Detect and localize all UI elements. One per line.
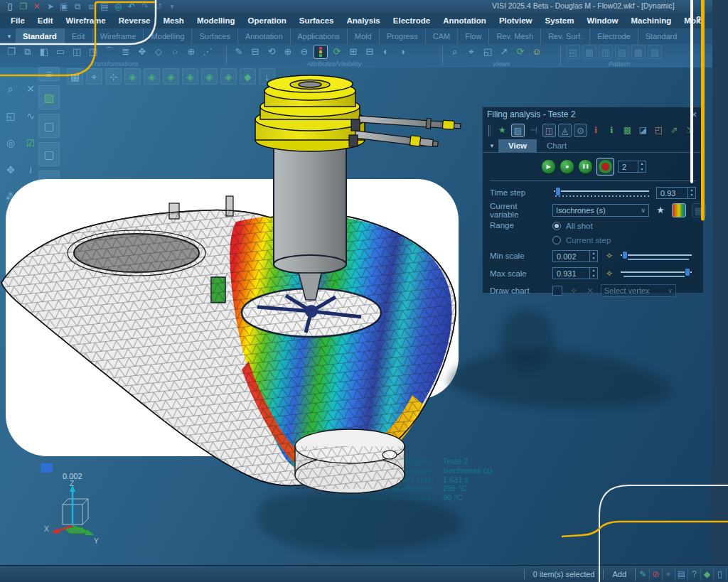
dynamic-rotate-icon[interactable]: ⟳ — [3, 216, 18, 232]
view-cube-back-icon[interactable]: ◈ — [182, 68, 198, 85]
cylinder-solid-icon[interactable]: ▢ — [38, 114, 60, 138]
ribbon-tab-modelling[interactable]: Modelling — [143, 28, 191, 44]
pattern-grid-icon[interactable]: ▩ — [631, 45, 646, 59]
menu-operation[interactable]: Operation — [242, 16, 293, 25]
bucket-icon[interactable]: ⊔ — [6, 382, 20, 397]
slider-handle[interactable] — [685, 268, 690, 276]
play-button[interactable]: ▶ — [541, 159, 556, 174]
frame-select-icon[interactable]: ◱ — [3, 108, 18, 124]
ribbon-tab-applications[interactable]: Applications — [290, 28, 347, 44]
menu-window[interactable]: Window — [580, 16, 624, 25]
flip-right-icon[interactable]: ◑ — [395, 45, 410, 59]
paste-icon[interactable]: ❐ — [4, 45, 18, 59]
slider-handle[interactable] — [622, 251, 628, 259]
pattern-free-icon[interactable]: ▨ — [648, 45, 662, 59]
axes-icon[interactable]: ⊹ — [105, 68, 122, 85]
menu-plotview[interactable]: Plotview — [493, 16, 539, 25]
pattern-path-icon[interactable]: ▥ — [599, 45, 613, 59]
ribbon-tab-annotation[interactable]: Annotation — [237, 28, 290, 44]
ribbon-tab-rev-surf[interactable]: Rev. Surf. — [540, 28, 589, 44]
frame-count-field[interactable]: 2 ▲▼ — [618, 161, 646, 173]
pattern-point-icon[interactable]: ▧ — [615, 45, 629, 59]
sketch-icon[interactable]: ✎ — [23, 243, 38, 259]
curve-icon[interactable]: ∿ — [23, 108, 38, 124]
menu-file[interactable]: File — [4, 16, 31, 25]
menu-edit[interactable]: Edit — [31, 16, 60, 25]
menu-annotation[interactable]: Annotation — [437, 16, 493, 25]
undo-icon[interactable]: ↶ — [126, 1, 137, 12]
time-step-slider[interactable] — [552, 187, 651, 198]
probe-icon[interactable]: ⌖ — [663, 568, 675, 581]
zoom-extents-icon[interactable]: ◱ — [481, 45, 495, 59]
shading-smiley-icon[interactable]: ☺ — [530, 45, 544, 59]
current-step-radio[interactable] — [552, 236, 561, 244]
select-vertex-dropdown[interactable]: Select vertex ∨ — [601, 284, 676, 297]
info-red-icon[interactable]: ℹ — [589, 124, 603, 137]
ribbon-tab-cam[interactable]: CAM — [425, 28, 457, 44]
tab-chart[interactable]: Chart — [537, 139, 577, 152]
record-button[interactable]: ● — [598, 159, 613, 174]
close-icon[interactable]: ✕ — [689, 110, 699, 119]
menu-electrode[interactable]: Electrode — [387, 16, 437, 25]
pick-vertex-wand-icon[interactable]: ✧ — [568, 286, 579, 296]
spline-icon[interactable]: ≀ — [23, 162, 38, 178]
ribbon-tab-mold[interactable]: Mold — [347, 28, 379, 44]
pattern-circular-icon[interactable]: ▦ — [582, 45, 596, 59]
color-scale-icon[interactable] — [672, 203, 686, 217]
zoom-window-icon[interactable]: ⌖ — [464, 45, 478, 59]
view-cube-front-icon[interactable]: ◈ — [163, 68, 179, 85]
draw-chart-checkbox[interactable] — [552, 286, 562, 296]
redo-icon[interactable]: ↷ — [139, 1, 151, 12]
clip-planes-icon[interactable]: ◫ — [542, 124, 556, 137]
cube-move-icon[interactable]: ◇ — [151, 45, 166, 59]
view-cube-solid-icon[interactable]: ◆ — [240, 68, 256, 85]
ribbon-tab-surfaces[interactable]: Surfaces — [191, 28, 237, 44]
ribbon-tab-electrode[interactable]: Electrode — [589, 28, 637, 44]
max-scale-field[interactable]: 0.931 ▲▼ — [552, 267, 598, 279]
menu-reverse[interactable]: Reverse — [112, 16, 157, 25]
add-layer-icon[interactable]: ⊞ — [346, 45, 360, 59]
capsule-icon[interactable]: ○ — [168, 45, 182, 59]
auto-max-wand-icon[interactable]: ✧ — [604, 269, 615, 279]
wire-cube-icon[interactable]: ◇ — [23, 216, 38, 232]
hide-icon[interactable]: ⊖ — [297, 45, 311, 59]
menu-surfaces[interactable]: Surfaces — [293, 16, 341, 25]
ribbon-tab-edit[interactable]: Edit — [64, 28, 92, 44]
new-file-icon[interactable]: ▯ — [4, 1, 16, 12]
view-cube-top-icon[interactable]: ◈ — [144, 68, 160, 85]
ribbon-tab-progress[interactable]: Progress — [379, 28, 425, 44]
auto-min-wand-icon[interactable]: ✧ — [604, 251, 615, 261]
list-icon[interactable]: ≣ — [119, 45, 133, 59]
scale-icon[interactable]: ⊕ — [184, 45, 198, 59]
min-scale-spinner[interactable]: ▲▼ — [589, 251, 597, 262]
export-page-icon[interactable]: ⇗ — [668, 124, 681, 137]
zoom-selected-icon[interactable]: ⌖ — [86, 68, 102, 85]
points-icon[interactable]: ⁂ — [3, 189, 18, 205]
refresh-small-icon[interactable]: ⟳ — [6, 317, 20, 331]
ribbon-tab-rev-mesh[interactable]: Rev. Mesh — [488, 28, 540, 44]
refresh-icon[interactable]: ↺ — [153, 1, 164, 12]
menu-mesh[interactable]: Mesh — [156, 16, 190, 25]
close-file-icon[interactable]: ✕ — [31, 1, 43, 12]
ribbon-tab-wireframe[interactable]: Wireframe — [92, 28, 144, 44]
slider-handle[interactable] — [555, 187, 561, 196]
probe-cone-icon[interactable]: ◬ — [558, 124, 572, 137]
visibility-traffic-icon[interactable] — [314, 45, 328, 59]
result-plot-icon[interactable]: ▨ — [511, 124, 525, 137]
pin-icon[interactable]: ⊣ — [527, 124, 540, 137]
favorite-variable-icon[interactable]: ★ — [655, 203, 666, 217]
view-cube-left-icon[interactable]: ◈ — [201, 68, 218, 85]
cylinder-filled-icon[interactable]: ▣ — [38, 171, 60, 195]
menu-help[interactable]: ? — [696, 15, 701, 23]
menu-system[interactable]: System — [539, 16, 581, 25]
ribbon-tab-flow[interactable]: Flow — [457, 28, 488, 44]
copy-icon[interactable]: ⧉ — [21, 45, 35, 59]
min-scale-field[interactable]: 0.002 ▲▼ — [552, 250, 598, 262]
clear-vertex-icon[interactable]: ✕ — [585, 286, 595, 296]
all-shot-radio[interactable] — [552, 222, 561, 230]
block-solid-icon[interactable]: ▧ — [38, 85, 60, 109]
align-icon[interactable]: ▭ — [53, 45, 68, 59]
zoom-pan-icon[interactable]: ⌕ — [3, 81, 18, 97]
panel-tab-caret-icon[interactable]: ▾ — [486, 139, 498, 152]
mirror-icon[interactable]: ⇄ — [23, 270, 38, 286]
